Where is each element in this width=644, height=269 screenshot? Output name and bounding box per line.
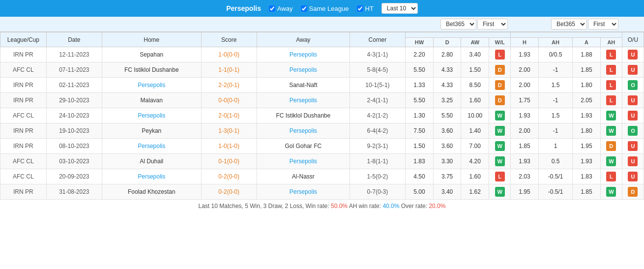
aw-cell: 1.60	[461, 93, 489, 108]
corner-cell: 4-3(1-1)	[350, 47, 405, 62]
ou-cell: U	[622, 108, 644, 123]
d-cell: 3.75	[433, 169, 461, 184]
sub-ah: AH	[538, 38, 572, 47]
th-corner: Corner	[350, 32, 405, 47]
corner-cell: 2-4(1-1)	[350, 93, 405, 108]
table-row: IRN PR 29-10-2023 Malavan 0-0(0-0) Perse…	[0, 93, 644, 108]
right-book-select[interactable]: Bet365	[551, 19, 587, 30]
away-cell: Persepolis	[257, 47, 350, 62]
score-cell: 0-2(0-0)	[201, 184, 257, 200]
ou-cell: U	[622, 93, 644, 108]
ah-cell: 1.5	[538, 108, 572, 123]
ou-badge: D	[628, 187, 638, 197]
score-cell: 1-1(0-1)	[201, 62, 257, 78]
table-row: AFC CL 07-11-2023 FC Istiklol Dushanbe 1…	[0, 62, 644, 78]
d-cell: 3.60	[433, 139, 461, 154]
league-cell: IRN PR	[0, 123, 47, 139]
corner-cell: 9-2(3-1)	[350, 139, 405, 154]
home-team-link[interactable]: Persepolis	[138, 143, 165, 149]
left-book-select[interactable]: Bet365	[440, 19, 476, 30]
score-cell: 2-0(1-0)	[201, 108, 257, 123]
wl-badge: W	[495, 187, 505, 197]
wl-badge: L	[495, 172, 505, 181]
home-cell: FC Istiklol Dushanbe	[102, 62, 202, 78]
wl-cell: W	[489, 108, 511, 123]
wl-cell: D	[489, 78, 511, 93]
th-h-group	[511, 32, 622, 38]
aw-cell: 1.62	[461, 184, 489, 200]
league-cell: AFC CL	[0, 108, 47, 123]
home-cell: Persepolis	[102, 108, 202, 123]
h-cell: 1.93	[511, 108, 539, 123]
left-type-select[interactable]: First Early	[477, 19, 508, 30]
away-cell: Gol Gohar FC	[257, 139, 350, 154]
ou-cell: U	[622, 139, 644, 154]
date-cell: 24-10-2023	[46, 108, 102, 123]
home-cell: Peykan	[102, 123, 202, 139]
away-cell: Persepolis	[257, 123, 350, 139]
a-cell: 1.83	[573, 169, 601, 184]
date-cell: 03-10-2023	[46, 154, 102, 169]
home-cell: Persepolis	[102, 169, 202, 184]
away-team-link[interactable]: Persepolis	[290, 51, 317, 58]
aw-cell: 1.50	[461, 62, 489, 78]
wl-badge: D	[495, 80, 505, 90]
table-body: IRN PR 12-11-2023 Sepahan 1-0(0-0) Perse…	[0, 47, 644, 200]
col-header-row: League/Cup Date Home Score Away Corner O…	[0, 32, 644, 38]
ah-cell: -0.5/1	[538, 169, 572, 184]
aw-cell: 1.40	[461, 123, 489, 139]
footer-row: Last 10 Matches, 5 Win, 3 Draw, 2 Loss, …	[0, 200, 644, 213]
ou-cell: O	[622, 123, 644, 139]
away-team-link[interactable]: Persepolis	[290, 97, 317, 104]
date-cell: 29-10-2023	[46, 93, 102, 108]
date-cell: 20-09-2023	[46, 169, 102, 184]
team-title: Persepolis	[226, 4, 261, 12]
away-checkbox[interactable]	[269, 5, 275, 12]
home-team-link[interactable]: Persepolis	[138, 173, 165, 180]
over-rate: 20.0%	[429, 203, 445, 209]
h-cell: 1.75	[511, 93, 539, 108]
ah-cell: 1.5	[538, 78, 572, 93]
ht-checkbox[interactable]	[357, 5, 363, 12]
d-cell: 2.80	[433, 47, 461, 62]
away-team-link[interactable]: Persepolis	[290, 127, 317, 134]
same-league-checkbox[interactable]	[301, 5, 307, 12]
ah2-cell: W	[600, 184, 622, 200]
ou-badge: O	[628, 80, 638, 90]
ah-cell: -0.5/1	[538, 184, 572, 200]
away-team-link[interactable]: Persepolis	[290, 66, 317, 73]
h-cell: 1.85	[511, 139, 539, 154]
same-league-label[interactable]: Same League	[301, 5, 349, 12]
away-team-link[interactable]: Persepolis	[290, 188, 317, 195]
score-cell: 1-0(1-0)	[201, 139, 257, 154]
home-team-link[interactable]: Persepolis	[138, 82, 165, 89]
left-controls-group: Bet365 First Early	[440, 19, 508, 30]
score-cell: 1-3(0-1)	[201, 123, 257, 139]
home-team-link[interactable]: Persepolis	[138, 112, 165, 119]
ht-label[interactable]: HT	[357, 5, 374, 12]
wl-badge: L	[495, 50, 505, 60]
ou-badge: U	[628, 65, 638, 75]
away-team-link[interactable]: Persepolis	[290, 158, 317, 165]
win-rate: 50.0%	[331, 203, 348, 209]
wl-cell: W	[489, 139, 511, 154]
ah-cell: 0.5	[538, 154, 572, 169]
away-label[interactable]: Away	[269, 5, 293, 12]
last10-select[interactable]: Last 10 Last 5 Last 20	[381, 3, 418, 14]
wl-badge: W	[495, 156, 505, 166]
ou-cell: U	[622, 154, 644, 169]
right-type-select[interactable]: First Early	[588, 19, 618, 30]
sub-h: H	[511, 38, 539, 47]
th-date: Date	[46, 32, 102, 47]
away-cell: FC Istiklol Dushanbe	[257, 108, 350, 123]
h-cell: 1.95	[511, 184, 539, 200]
ah2-cell: W	[600, 108, 622, 123]
home-cell: Malavan	[102, 93, 202, 108]
home-team: FC Istiklol Dushanbe	[124, 66, 179, 73]
ou-cell: O	[622, 78, 644, 93]
away-team: Al-Nassr	[292, 173, 315, 180]
aw-cell: 4.20	[461, 154, 489, 169]
ou-badge: U	[628, 156, 638, 166]
home-team: Sepahan	[140, 51, 163, 58]
table-row: AFC CL 03-10-2023 Al Duhail 0-1(0-0) Per…	[0, 154, 644, 169]
